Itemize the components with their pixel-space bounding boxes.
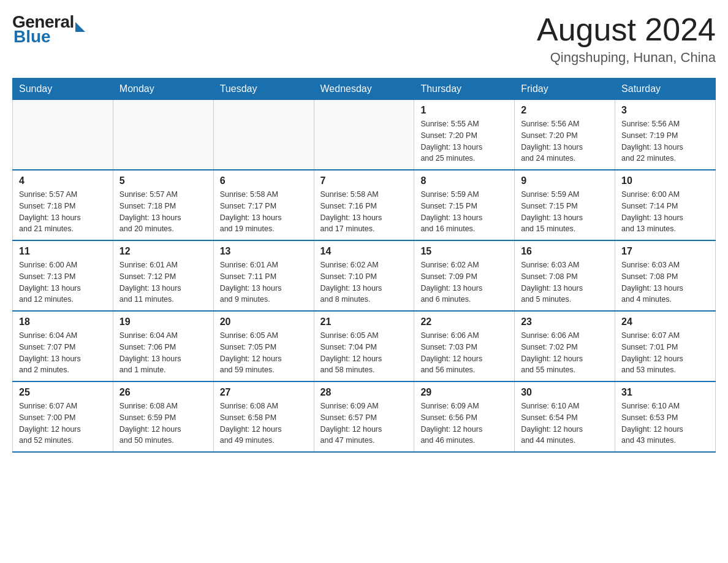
calendar-cell: 18Sunrise: 6:04 AM Sunset: 7:07 PM Dayli… (13, 311, 113, 381)
day-info: Sunrise: 6:08 AM Sunset: 6:58 PM Dayligh… (220, 400, 308, 446)
header-thursday: Thursday (414, 79, 515, 100)
day-number: 4 (19, 175, 107, 186)
day-info: Sunrise: 6:02 AM Sunset: 7:09 PM Dayligh… (420, 259, 508, 305)
calendar-cell: 9Sunrise: 5:59 AM Sunset: 7:15 PM Daylig… (515, 170, 615, 240)
day-info: Sunrise: 6:05 AM Sunset: 7:05 PM Dayligh… (220, 330, 308, 376)
calendar-cell (213, 100, 314, 170)
day-info: Sunrise: 6:01 AM Sunset: 7:12 PM Dayligh… (119, 259, 207, 305)
day-number: 19 (119, 316, 207, 327)
day-info: Sunrise: 5:59 AM Sunset: 7:15 PM Dayligh… (420, 189, 508, 235)
calendar-cell: 10Sunrise: 6:00 AM Sunset: 7:14 PM Dayli… (615, 170, 716, 240)
day-number: 17 (621, 246, 709, 257)
header-saturday: Saturday (615, 79, 716, 100)
calendar-cell: 26Sunrise: 6:08 AM Sunset: 6:59 PM Dayli… (113, 381, 213, 452)
calendar-table: SundayMondayTuesdayWednesdayThursdayFrid… (12, 78, 716, 453)
day-info: Sunrise: 6:08 AM Sunset: 6:59 PM Dayligh… (119, 400, 207, 446)
day-number: 18 (19, 316, 107, 327)
day-number: 9 (521, 175, 609, 186)
header-friday: Friday (515, 79, 615, 100)
day-number: 15 (420, 246, 508, 257)
calendar-cell: 5Sunrise: 5:57 AM Sunset: 7:18 PM Daylig… (113, 170, 213, 240)
logo-blue: Blue (12, 27, 85, 47)
header-monday: Monday (113, 79, 213, 100)
calendar-cell: 1Sunrise: 5:55 AM Sunset: 7:20 PM Daylig… (414, 100, 515, 170)
day-info: Sunrise: 6:10 AM Sunset: 6:54 PM Dayligh… (521, 400, 609, 446)
calendar-cell: 6Sunrise: 5:58 AM Sunset: 7:17 PM Daylig… (213, 170, 314, 240)
day-number: 7 (320, 175, 408, 186)
day-number: 10 (621, 175, 709, 186)
calendar-cell: 11Sunrise: 6:00 AM Sunset: 7:13 PM Dayli… (13, 240, 113, 311)
day-info: Sunrise: 5:56 AM Sunset: 7:19 PM Dayligh… (621, 118, 709, 164)
day-info: Sunrise: 5:58 AM Sunset: 7:16 PM Dayligh… (320, 189, 408, 235)
calendar-cell (314, 100, 414, 170)
calendar-cell: 8Sunrise: 5:59 AM Sunset: 7:15 PM Daylig… (414, 170, 515, 240)
calendar-cell: 4Sunrise: 5:57 AM Sunset: 7:18 PM Daylig… (13, 170, 113, 240)
calendar-cell: 22Sunrise: 6:06 AM Sunset: 7:03 PM Dayli… (414, 311, 515, 381)
day-number: 29 (420, 387, 508, 398)
day-number: 31 (621, 387, 709, 398)
day-number: 26 (119, 387, 207, 398)
day-number: 11 (19, 246, 107, 257)
calendar-cell (13, 100, 113, 170)
day-number: 5 (119, 175, 207, 186)
day-info: Sunrise: 6:03 AM Sunset: 7:08 PM Dayligh… (521, 259, 609, 305)
day-number: 13 (220, 246, 308, 257)
day-info: Sunrise: 6:05 AM Sunset: 7:04 PM Dayligh… (320, 330, 408, 376)
week-row-4: 18Sunrise: 6:04 AM Sunset: 7:07 PM Dayli… (13, 311, 716, 381)
day-info: Sunrise: 6:04 AM Sunset: 7:06 PM Dayligh… (119, 330, 207, 376)
day-info: Sunrise: 5:58 AM Sunset: 7:17 PM Dayligh… (220, 189, 308, 235)
calendar-cell: 3Sunrise: 5:56 AM Sunset: 7:19 PM Daylig… (615, 100, 716, 170)
day-info: Sunrise: 6:09 AM Sunset: 6:56 PM Dayligh… (420, 400, 508, 446)
week-row-1: 1Sunrise: 5:55 AM Sunset: 7:20 PM Daylig… (13, 100, 716, 170)
calendar-cell: 17Sunrise: 6:03 AM Sunset: 7:08 PM Dayli… (615, 240, 716, 311)
day-info: Sunrise: 5:55 AM Sunset: 7:20 PM Dayligh… (420, 118, 508, 164)
calendar-cell: 28Sunrise: 6:09 AM Sunset: 6:57 PM Dayli… (314, 381, 414, 452)
day-info: Sunrise: 6:00 AM Sunset: 7:13 PM Dayligh… (19, 259, 107, 305)
month-title: August 2024 (537, 12, 716, 47)
calendar-cell: 16Sunrise: 6:03 AM Sunset: 7:08 PM Dayli… (515, 240, 615, 311)
day-number: 28 (320, 387, 408, 398)
calendar-cell (113, 100, 213, 170)
day-number: 1 (420, 105, 508, 116)
week-row-2: 4Sunrise: 5:57 AM Sunset: 7:18 PM Daylig… (13, 170, 716, 240)
calendar-cell: 29Sunrise: 6:09 AM Sunset: 6:56 PM Dayli… (414, 381, 515, 452)
day-number: 30 (521, 387, 609, 398)
page-header: General Blue August 2024 Qingshuping, Hu… (12, 12, 716, 66)
week-row-3: 11Sunrise: 6:00 AM Sunset: 7:13 PM Dayli… (13, 240, 716, 311)
calendar-cell: 7Sunrise: 5:58 AM Sunset: 7:16 PM Daylig… (314, 170, 414, 240)
calendar-cell: 2Sunrise: 5:56 AM Sunset: 7:20 PM Daylig… (515, 100, 615, 170)
calendar-cell: 31Sunrise: 6:10 AM Sunset: 6:53 PM Dayli… (615, 381, 716, 452)
header-tuesday: Tuesday (213, 79, 314, 100)
calendar-cell: 15Sunrise: 6:02 AM Sunset: 7:09 PM Dayli… (414, 240, 515, 311)
calendar-cell: 23Sunrise: 6:06 AM Sunset: 7:02 PM Dayli… (515, 311, 615, 381)
location-subtitle: Qingshuping, Hunan, China (537, 50, 716, 66)
calendar-header-row: SundayMondayTuesdayWednesdayThursdayFrid… (13, 79, 716, 100)
day-info: Sunrise: 6:09 AM Sunset: 6:57 PM Dayligh… (320, 400, 408, 446)
header-wednesday: Wednesday (314, 79, 414, 100)
day-number: 3 (621, 105, 709, 116)
day-info: Sunrise: 6:06 AM Sunset: 7:02 PM Dayligh… (521, 330, 609, 376)
day-number: 8 (420, 175, 508, 186)
day-number: 24 (621, 316, 709, 327)
day-number: 22 (420, 316, 508, 327)
day-number: 16 (521, 246, 609, 257)
header-sunday: Sunday (13, 79, 113, 100)
day-number: 27 (220, 387, 308, 398)
day-number: 14 (320, 246, 408, 257)
calendar-cell: 27Sunrise: 6:08 AM Sunset: 6:58 PM Dayli… (213, 381, 314, 452)
calendar-cell: 19Sunrise: 6:04 AM Sunset: 7:06 PM Dayli… (113, 311, 213, 381)
day-info: Sunrise: 6:01 AM Sunset: 7:11 PM Dayligh… (220, 259, 308, 305)
calendar-cell: 12Sunrise: 6:01 AM Sunset: 7:12 PM Dayli… (113, 240, 213, 311)
day-info: Sunrise: 6:07 AM Sunset: 7:01 PM Dayligh… (621, 330, 709, 376)
calendar-cell: 20Sunrise: 6:05 AM Sunset: 7:05 PM Dayli… (213, 311, 314, 381)
day-number: 2 (521, 105, 609, 116)
title-block: August 2024 Qingshuping, Hunan, China (537, 12, 716, 66)
day-number: 23 (521, 316, 609, 327)
day-info: Sunrise: 6:03 AM Sunset: 7:08 PM Dayligh… (621, 259, 709, 305)
day-number: 20 (220, 316, 308, 327)
week-row-5: 25Sunrise: 6:07 AM Sunset: 7:00 PM Dayli… (13, 381, 716, 452)
logo: General Blue (12, 12, 85, 47)
calendar-cell: 21Sunrise: 6:05 AM Sunset: 7:04 PM Dayli… (314, 311, 414, 381)
calendar-cell: 30Sunrise: 6:10 AM Sunset: 6:54 PM Dayli… (515, 381, 615, 452)
day-info: Sunrise: 6:06 AM Sunset: 7:03 PM Dayligh… (420, 330, 508, 376)
